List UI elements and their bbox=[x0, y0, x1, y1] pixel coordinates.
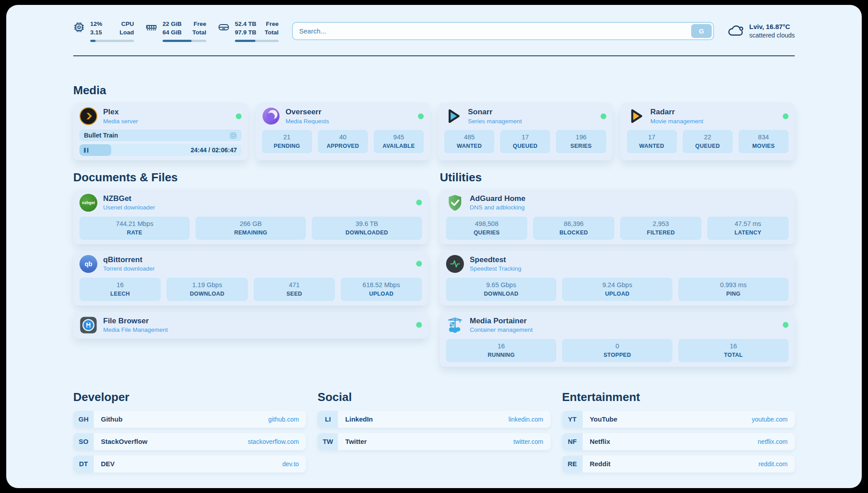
speedtest-icon bbox=[446, 255, 464, 273]
app-title: Sonarr bbox=[468, 107, 522, 117]
stat-pill: 47.57 ms LATENCY bbox=[707, 217, 789, 240]
stat-pill: 17 QUEUED bbox=[500, 130, 550, 153]
section-title-entertainment: Entertainment bbox=[562, 390, 795, 405]
disk-free-value: 52.4 TB bbox=[235, 20, 256, 29]
dashboard-panel: 12% 3.15 CPU Load bbox=[6, 5, 862, 488]
app-card-portainer[interactable]: Media Portainer Container management 16 … bbox=[440, 312, 795, 367]
disk-total-value: 97.9 TB bbox=[235, 29, 256, 37]
app-card-qbittorrent[interactable]: qb qBittorrent Torrent downloader 16 LEE… bbox=[73, 251, 428, 305]
app-subtitle: Media server bbox=[103, 117, 138, 125]
link-row-twitter[interactable]: TW Twitter twitter.com bbox=[317, 433, 550, 450]
link-row-youtube[interactable]: YT YouTube youtube.com bbox=[562, 411, 795, 428]
status-dot bbox=[601, 113, 606, 119]
cpu-stat: 12% 3.15 CPU Load bbox=[73, 20, 134, 42]
ram-icon bbox=[146, 21, 157, 33]
playback-progress-bar[interactable]: 24:44 / 02:06:47 bbox=[79, 144, 242, 156]
stat-pill: 16 TOTAL bbox=[678, 339, 789, 362]
app-card-overseerr[interactable]: Overseerr Media Requests 21 PENDING 40 A… bbox=[256, 103, 430, 160]
link-name: Netflix bbox=[590, 438, 610, 445]
disk-total-label: Total bbox=[265, 29, 279, 37]
app-card-adguard[interactable]: AdGuard Home DNS and adblocking 498,508 … bbox=[440, 189, 795, 244]
link-url[interactable]: linkedin.com bbox=[509, 416, 543, 423]
disk-progress-fill bbox=[235, 40, 255, 42]
now-playing-row: Bullet Train bbox=[79, 130, 242, 141]
system-stats: 12% 3.15 CPU Load bbox=[73, 20, 279, 42]
status-dot bbox=[783, 113, 789, 119]
link-url[interactable]: stackoverflow.com bbox=[248, 438, 299, 445]
app-card-filebrowser[interactable]: File Browser Media File Management bbox=[73, 312, 428, 338]
link-name: DEV bbox=[101, 460, 115, 468]
app-subtitle: Series management bbox=[468, 117, 522, 125]
app-subtitle: Movie management bbox=[651, 117, 704, 125]
link-url[interactable]: dev.to bbox=[282, 460, 299, 468]
link-url[interactable]: netflix.com bbox=[758, 438, 788, 445]
cloud-icon bbox=[727, 24, 744, 38]
link-row-dev[interactable]: DT DEV dev.to bbox=[73, 455, 306, 472]
link-row-stackoverflow[interactable]: SO StackOverflow stackoverflow.com bbox=[73, 433, 306, 450]
cpu-icon bbox=[73, 21, 85, 33]
link-row-reddit[interactable]: RE Reddit reddit.com bbox=[562, 455, 795, 472]
stat-pill: 9.65 Gbps DOWNLOAD bbox=[446, 278, 556, 301]
app-card-radarr[interactable]: Radarr Movie management 17 WANTED 22 QUE… bbox=[621, 103, 795, 160]
stat-pill: 40 APPROVED bbox=[318, 130, 368, 153]
ram-total-label: Total bbox=[192, 29, 206, 37]
link-name: LinkedIn bbox=[345, 415, 373, 423]
header-divider bbox=[73, 55, 795, 56]
link-abbr-tile: RE bbox=[562, 455, 583, 472]
stat-pill: 21 PENDING bbox=[262, 130, 312, 153]
app-card-plex[interactable]: Plex Media server Bullet Train 24:44 / 0… bbox=[73, 103, 248, 160]
status-dot bbox=[416, 322, 422, 328]
documents-column: Documents & Files nzbget NZBGet Usenet d… bbox=[73, 170, 428, 367]
playback-time: 24:44 / 02:06:47 bbox=[191, 146, 237, 154]
stat-pill: 834 MOVIES bbox=[739, 130, 789, 153]
plex-icon bbox=[79, 107, 97, 125]
stat-pill: 2,953 FILTERED bbox=[620, 217, 701, 240]
search-input[interactable] bbox=[292, 22, 714, 40]
link-url[interactable]: reddit.com bbox=[759, 460, 788, 468]
window-background: { "header": { "stats": [ {"icon":"cpu-ic… bbox=[0, 0, 868, 493]
ram-free-label: Free bbox=[192, 20, 206, 29]
link-url[interactable]: twitter.com bbox=[513, 438, 543, 445]
utilities-column: Utilities AdGuard Home DNS and bbox=[440, 170, 795, 367]
status-dot bbox=[418, 113, 424, 119]
app-card-sonarr[interactable]: Sonarr Series management 485 WANTED 17 Q… bbox=[438, 103, 613, 160]
link-url[interactable]: github.com bbox=[268, 416, 299, 423]
link-url[interactable]: youtube.com bbox=[752, 416, 788, 423]
weather-location-temp: Lviv, 16.87°C bbox=[749, 22, 795, 31]
stat-pill: 1.19 Gbps DOWNLOAD bbox=[167, 278, 248, 301]
status-dot bbox=[416, 261, 422, 267]
link-row-github[interactable]: GH Github github.com bbox=[73, 411, 306, 428]
search-provider-button[interactable]: G bbox=[691, 24, 712, 38]
link-abbr-tile: SO bbox=[73, 433, 94, 450]
radarr-icon bbox=[627, 107, 645, 125]
video-settings-icon[interactable] bbox=[230, 132, 237, 139]
link-abbr-tile: DT bbox=[73, 455, 94, 472]
link-name: Twitter bbox=[345, 438, 367, 445]
pause-icon[interactable] bbox=[84, 148, 88, 153]
app-card-nzbget[interactable]: nzbget NZBGet Usenet downloader 744.21 M… bbox=[73, 189, 428, 244]
stat-pill: 17 WANTED bbox=[627, 130, 677, 153]
stat-pill: 471 SEED bbox=[254, 278, 335, 301]
stat-pill: 945 AVAILABLE bbox=[374, 130, 424, 153]
weather-condition: scattered clouds bbox=[749, 31, 795, 40]
status-dot bbox=[236, 113, 242, 119]
link-abbr-tile: NF bbox=[562, 433, 583, 450]
link-row-linkedin[interactable]: LI LinkedIn linkedin.com bbox=[317, 411, 550, 428]
link-row-netflix[interactable]: NF Netflix netflix.com bbox=[562, 433, 795, 450]
overseerr-icon bbox=[262, 107, 280, 125]
app-subtitle: Media File Management bbox=[103, 326, 168, 334]
ram-free-value: 22 GiB bbox=[163, 20, 182, 29]
app-subtitle: Torrent downloader bbox=[103, 265, 155, 273]
section-title-utilities: Utilities bbox=[440, 170, 795, 185]
disk-progress-bar bbox=[235, 40, 279, 42]
stat-pill: 0 STOPPED bbox=[562, 339, 672, 362]
stat-pill: 618.52 Mbps UPLOAD bbox=[341, 278, 422, 301]
portainer-icon bbox=[446, 316, 464, 334]
stat-pill: 485 WANTED bbox=[444, 130, 494, 153]
app-card-speedtest[interactable]: Speedtest Speedtest Tracking 9.65 Gbps D… bbox=[440, 251, 795, 305]
link-abbr-tile: TW bbox=[317, 433, 338, 450]
ram-progress-fill bbox=[163, 40, 192, 42]
app-title: qBittorrent bbox=[103, 255, 155, 265]
status-dot bbox=[783, 322, 789, 328]
filebrowser-icon bbox=[79, 316, 97, 334]
